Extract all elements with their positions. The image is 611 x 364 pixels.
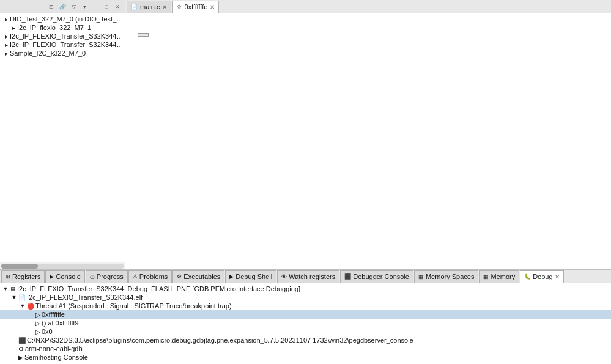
tree-item-sample_i2c[interactable]: ▸Sample_I2C_k322_M7_0 — [0, 49, 125, 58]
bottom-tab-label: Executables — [183, 273, 220, 280]
registers-icon: ⊞ — [6, 273, 10, 280]
bottom-tab-label: Memory Spaces — [426, 273, 474, 280]
project-explorer-header: ⊟ 🔗 ▽ ▾ ─ □ ✕ — [0, 0, 125, 13]
bottom-tab-memory[interactable]: ▦Memory — [479, 270, 519, 283]
debug-item-label: Thread #1 (Suspended : Signal : SIGTRAP:… — [35, 302, 232, 310]
bottom-tab-label: Progress — [97, 273, 124, 280]
debug-file-icon: ⚙ — [177, 4, 182, 10]
project-explorer-scrollbar[interactable] — [0, 262, 125, 269]
debug-tree-item-semihosting[interactable]: ▶Semihosting Console — [0, 353, 611, 362]
bottom-tab-progress[interactable]: ◷Progress — [86, 270, 128, 283]
editor-tab-0xfffffffe[interactable]: ⚙0xfffffffe✕ — [172, 1, 219, 13]
bottom-panel: ⊞Registers▶Console◷Progress⚠Problems⚙Exe… — [0, 269, 611, 364]
tree-item-flexio_transfer_344[interactable]: ▸I2c_IP_FLEXIO_Transfer_S32K344 Debug — [0, 32, 125, 40]
debug-tree-item-arm-gdb[interactable]: ⚙arm-none-eabi-gdb — [0, 344, 611, 353]
debug-item-label: C:\NXP\S32DS.3.5\eclipse\plugins\com.pem… — [27, 336, 413, 344]
link-editor-icon[interactable]: 🔗 — [57, 2, 67, 12]
bottom-tab-close-icon[interactable]: ✕ — [555, 273, 560, 280]
debug-item-label: 0xfffffffe — [42, 311, 65, 318]
frame0-icon: ▷ — [35, 311, 40, 318]
editor-content — [125, 13, 611, 269]
progress-icon: ◷ — [90, 273, 95, 280]
bottom-tab-label: Problems — [139, 273, 168, 280]
bottom-tab-registers[interactable]: ⊞Registers — [1, 270, 45, 283]
maximize-icon[interactable]: □ — [102, 2, 111, 12]
debug-icon: 🐛 — [524, 273, 531, 280]
bottom-tab-label: Debug — [533, 273, 552, 280]
tab-close-icon[interactable]: ✕ — [162, 4, 167, 10]
debug-item-label: I2c_IP_FLEXIO_Transfer_S32K344.elf — [27, 294, 143, 301]
debug-tree-content: ▼🖥I2c_IP_FLEXIO_Transfer_S32K344_Debug_F… — [0, 283, 611, 364]
editor-tab-bar: 📄main.c✕⚙0xfffffffe✕ — [125, 0, 611, 13]
tab-close-icon[interactable]: ✕ — [210, 4, 215, 10]
tree-item-i2c_flexio[interactable]: ▸I2c_IP_flexio_322_M7_1 — [0, 23, 125, 32]
debug-root-icon: 🖥 — [10, 286, 16, 292]
expand-icon: ▼ — [11, 294, 17, 300]
bottom-tab-console[interactable]: ▶Console — [45, 270, 84, 283]
debugger-console-icon: ⬛ — [344, 273, 351, 280]
tree-item-icon: ▸ — [5, 42, 8, 48]
bottom-tab-executables[interactable]: ⚙Executables — [172, 270, 224, 283]
memory-icon: ▦ — [483, 273, 489, 280]
bottom-tab-label: Debug Shell — [235, 273, 272, 280]
expand-icon: ▼ — [20, 303, 26, 309]
project-explorer-tree: ▸DIO_Test_322_M7_0 (in DIO_Test_322_M...… — [0, 13, 125, 262]
preferences-button[interactable] — [138, 33, 149, 37]
elf-icon: 📄 — [18, 294, 26, 301]
bottom-tab-label: Console — [56, 273, 80, 280]
bottom-tab-debugger-console[interactable]: ⬛Debugger Console — [340, 270, 413, 283]
semihosting-icon: ▶ — [18, 354, 23, 361]
executables-icon: ⚙ — [177, 273, 182, 280]
debug-tree-item-frame2[interactable]: ▷0x0 — [0, 327, 611, 336]
memory-spaces-icon: ▦ — [418, 273, 424, 280]
debug-item-label: () at 0xfffffff9 — [42, 319, 79, 327]
debug-shell-icon: ▶ — [229, 273, 234, 280]
bottom-tab-bar: ⊞Registers▶Console◷Progress⚠Problems⚙Exe… — [0, 270, 611, 283]
frame2-icon: ▷ — [35, 329, 40, 335]
bottom-tab-watch-registers[interactable]: 👁Watch registers — [277, 270, 339, 283]
thread1-icon: 🔴 — [27, 303, 34, 310]
tree-item-dio_test[interactable]: ▸DIO_Test_322_M7_0 (in DIO_Test_322_M... — [0, 15, 125, 23]
debug-item-label: Semihosting Console — [24, 354, 88, 361]
gdbserver-icon: ⬛ — [18, 337, 26, 344]
watch-registers-icon: 👁 — [281, 273, 287, 280]
console-icon: ▶ — [50, 273, 54, 280]
editor-tab-main-c[interactable]: 📄main.c✕ — [127, 1, 171, 13]
frame1-icon: ▷ — [35, 320, 40, 327]
debug-tree-item-debug-root[interactable]: ▼🖥I2c_IP_FLEXIO_Transfer_S32K344_Debug_F… — [0, 284, 611, 293]
bottom-tab-label: Debugger Console — [353, 273, 409, 280]
problems-icon: ⚠ — [133, 273, 138, 280]
bottom-tab-label: Registers — [12, 273, 40, 280]
debug-item-label: 0x0 — [42, 328, 53, 335]
expand-icon: ▼ — [2, 286, 9, 292]
tab-label: 0xfffffffe — [184, 3, 207, 10]
collapse-all-icon[interactable]: ⊟ — [46, 2, 56, 12]
minimize-icon[interactable]: ─ — [91, 2, 100, 12]
editor-panel: 📄main.c✕⚙0xfffffffe✕ — [125, 0, 611, 269]
tree-item-icon: ▸ — [5, 16, 8, 23]
debug-tree-item-thread1[interactable]: ▼🔴Thread #1 (Suspended : Signal : SIGTRA… — [0, 302, 611, 310]
debug-tree-item-frame0[interactable]: ▷0xfffffffe — [0, 310, 611, 319]
bottom-tab-debug[interactable]: 🐛Debug✕ — [520, 270, 563, 283]
debug-item-label: arm-none-eabi-gdb — [25, 345, 83, 352]
tab-label: main.c — [140, 3, 160, 10]
bottom-tab-problems[interactable]: ⚠Problems — [128, 270, 172, 283]
close-icon[interactable]: ✕ — [113, 2, 122, 12]
file-icon: 📄 — [131, 4, 138, 10]
bottom-tab-memory-spaces[interactable]: ▦Memory Spaces — [414, 270, 478, 283]
arm-gdb-icon: ⚙ — [18, 346, 24, 352]
tree-item-icon: ▸ — [12, 24, 15, 31]
debug-tree-item-gdbserver[interactable]: ⬛C:\NXP\S32DS.3.5\eclipse\plugins\com.pe… — [0, 336, 611, 344]
view-menu-icon[interactable]: ▾ — [80, 2, 89, 12]
configure-row — [133, 33, 604, 37]
bottom-tab-debug-shell[interactable]: ▶Debug Shell — [225, 270, 276, 283]
debug-item-label: I2c_IP_FLEXIO_Transfer_S32K344_Debug_FLA… — [17, 285, 300, 292]
panel-toolbar: ⊟ 🔗 ▽ ▾ ─ □ ✕ — [46, 2, 122, 12]
debug-tree-item-frame1[interactable]: ▷() at 0xfffffff9 — [0, 319, 611, 327]
tree-item-icon: ▸ — [5, 50, 8, 57]
tree-item-flexio_transfer_q172[interactable]: ▸I2c_IP_FLEXIO_Transfer_S32K344_Q172 — [0, 40, 125, 49]
bottom-tab-label: Memory — [491, 273, 515, 280]
filter-icon[interactable]: ▽ — [69, 2, 78, 12]
project-explorer-panel: ⊟ 🔗 ▽ ▾ ─ □ ✕ ▸DIO_Test_322_M7_0 (in DIO… — [0, 0, 125, 269]
debug-tree-item-elf[interactable]: ▼📄I2c_IP_FLEXIO_Transfer_S32K344.elf — [0, 293, 611, 302]
